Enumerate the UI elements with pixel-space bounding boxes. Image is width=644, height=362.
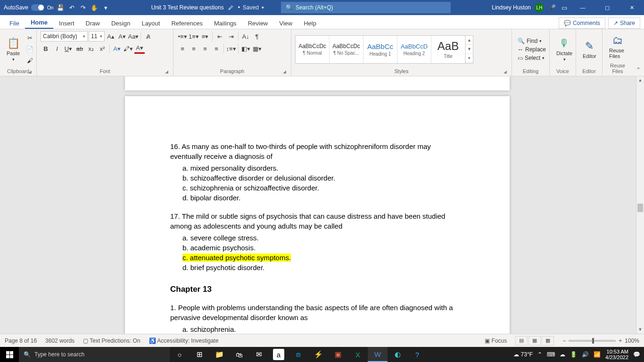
tab-file[interactable]: File (4, 17, 25, 29)
chapter-heading[interactable]: Chapter 13 (170, 284, 464, 295)
line-spacing-icon[interactable]: ↕≡▾ (226, 43, 236, 54)
minimize-button[interactable]: — (572, 0, 593, 15)
shading-icon[interactable]: ◧▾ (240, 43, 251, 54)
document-area[interactable]: 16. As many as one-half to two-thirds of… (0, 76, 644, 334)
clear-formatting-icon[interactable]: A̷ (143, 31, 153, 41)
replace-button[interactable]: ↔Replace (516, 46, 548, 53)
font-name-combo[interactable]: Calibri (Body)▾ (41, 31, 88, 41)
redo-icon[interactable]: ↷ (79, 3, 87, 12)
q1-opt-a[interactable]: a. schizophrenia. (170, 324, 464, 334)
weather-widget[interactable]: ☁73°F (513, 351, 533, 358)
font-launcher-icon[interactable]: ◢ (165, 69, 168, 74)
cut-icon[interactable]: ✂ (25, 33, 35, 43)
q17-opt-d[interactable]: d. brief psychotic disorder. (170, 263, 464, 272)
q16-opt-d[interactable]: d. bipolar disorder. (170, 193, 464, 203)
mail-icon[interactable]: ✉ (249, 347, 269, 362)
align-center-icon[interactable]: ≡ (189, 43, 199, 54)
page-indicator[interactable]: Page 8 of 16 (5, 337, 37, 344)
bold-button[interactable]: B (41, 43, 51, 54)
qat-more-icon[interactable]: ▾ (101, 3, 110, 12)
q16-opt-c[interactable]: c. schizophrenia or schizoaffective diso… (170, 183, 464, 193)
onedrive-icon[interactable]: ☁ (560, 351, 565, 358)
help-icon[interactable]: ? (407, 347, 427, 362)
collapse-ribbon-icon[interactable]: ⌃ (633, 29, 644, 76)
scroll-up-icon[interactable]: ▲ (636, 76, 644, 84)
ribbon-display-icon[interactable]: ▭ (560, 3, 569, 12)
styles-scroll-down-icon[interactable]: ▼ (466, 45, 473, 54)
search-box[interactable]: 🔍 Search (Alt+Q) (281, 2, 451, 13)
decrease-indent-icon[interactable]: ⇤ (215, 31, 225, 41)
q17-opt-a[interactable]: a. severe college stress. (170, 233, 464, 243)
q17-opt-b[interactable]: b. academic psychosis. (170, 243, 464, 253)
editor-button[interactable]: ✎Editor (580, 39, 599, 60)
q17-opt-c-highlight[interactable]: c. attenuated psychotic symptoms. (182, 254, 291, 262)
scroll-thumb[interactable] (637, 204, 643, 212)
focus-mode-button[interactable]: ▣ Focus (485, 337, 507, 344)
font-color-icon[interactable]: A▾ (134, 43, 145, 54)
edge-icon[interactable]: ◐ (388, 347, 407, 362)
tab-draw[interactable]: Draw (80, 17, 106, 29)
amazon-icon[interactable]: a (273, 349, 284, 360)
save-status[interactable]: Saved (243, 4, 259, 11)
increase-indent-icon[interactable]: ⇥ (226, 31, 236, 41)
keyboard-icon[interactable]: ⌨ (547, 351, 555, 358)
comments-button[interactable]: 💬Comments (559, 17, 605, 29)
tab-review[interactable]: Review (242, 17, 274, 29)
change-case-icon[interactable]: Aa▾ (128, 31, 139, 41)
user-name[interactable]: Lindsey Huston (492, 4, 531, 11)
q16-opt-a[interactable]: a. mixed personality disorders. (170, 163, 464, 173)
app-icon[interactable]: ⚡ (308, 347, 328, 362)
file-explorer-icon[interactable]: 📁 (209, 347, 229, 362)
align-right-icon[interactable]: ≡ (200, 43, 210, 54)
italic-button[interactable]: I (52, 43, 62, 54)
taskbar-search[interactable]: 🔍Type here to search (19, 347, 170, 362)
tab-design[interactable]: Design (106, 17, 136, 29)
style-item[interactable]: AaBbCcDHeading 2 (397, 36, 431, 63)
copy-icon[interactable]: 📄 (25, 44, 35, 55)
numbering-icon[interactable]: 1≡▾ (189, 31, 199, 41)
maximize-button[interactable]: ▢ (597, 0, 618, 15)
highlight-icon[interactable]: 🖍▾ (123, 43, 133, 54)
select-button[interactable]: ▭Select▾ (516, 54, 548, 62)
wifi-icon[interactable]: 📶 (594, 351, 601, 358)
paste-button[interactable]: 📋 Paste ▾ (4, 36, 23, 63)
align-left-icon[interactable]: ≡ (177, 43, 188, 54)
styles-more-icon[interactable]: ▾ (466, 54, 473, 63)
zoom-in-button[interactable]: + (619, 337, 622, 344)
touch-mode-icon[interactable]: ✋ (90, 3, 99, 12)
undo-icon[interactable]: ↶ (67, 3, 76, 12)
notifications-icon[interactable]: 💬 (633, 351, 640, 358)
shrink-font-icon[interactable]: A▾ (117, 31, 127, 41)
zoom-out-button[interactable]: − (562, 337, 566, 344)
style-item[interactable]: AaBTitle (431, 36, 465, 63)
styles-gallery[interactable]: AaBbCcDc¶ NormalAaBbCcDc¶ No Spac...AaBb… (295, 35, 473, 64)
share-button[interactable]: ↗Share (608, 17, 640, 29)
tab-help[interactable]: Help (298, 17, 322, 29)
q16-opt-b[interactable]: b. schizoaffective disorder or delusiona… (170, 173, 464, 183)
q1-stem[interactable]: 1. People with problems understanding th… (170, 303, 464, 322)
tab-mailings[interactable]: Mailings (208, 17, 242, 29)
find-button[interactable]: 🔍Find▾ (516, 37, 548, 45)
tab-home[interactable]: Home (25, 16, 53, 29)
style-item[interactable]: AaBbCcHeading 1 (363, 36, 397, 63)
font-size-combo[interactable]: 11▾ (89, 31, 105, 41)
volume-icon[interactable]: 🔊 (582, 351, 589, 358)
multilevel-list-icon[interactable]: ≡▾ (200, 31, 210, 41)
underline-button[interactable]: U▾ (63, 43, 74, 54)
cortana-icon[interactable]: ○ (170, 347, 190, 362)
start-button[interactable] (0, 347, 19, 362)
scroll-down-icon[interactable]: ▼ (636, 326, 644, 334)
close-button[interactable]: ✕ (621, 0, 642, 15)
tab-insert[interactable]: Insert (53, 17, 80, 29)
sort-icon[interactable]: A↓ (240, 31, 251, 41)
justify-icon[interactable]: ≡ (211, 43, 222, 54)
styles-scroll-up-icon[interactable]: ▲ (466, 36, 473, 45)
word-count[interactable]: 3602 words (45, 337, 74, 344)
style-item[interactable]: AaBbCcDc¶ No Spac... (330, 36, 363, 63)
tab-references[interactable]: References (165, 17, 208, 29)
autosave-toggle[interactable] (31, 4, 44, 11)
tab-layout[interactable]: Layout (136, 17, 165, 29)
read-mode-icon[interactable]: ▤ (515, 336, 528, 346)
bullets-icon[interactable]: •≡▾ (177, 31, 188, 41)
system-clock[interactable]: 10:53 AM 4/23/2022 (605, 349, 628, 360)
